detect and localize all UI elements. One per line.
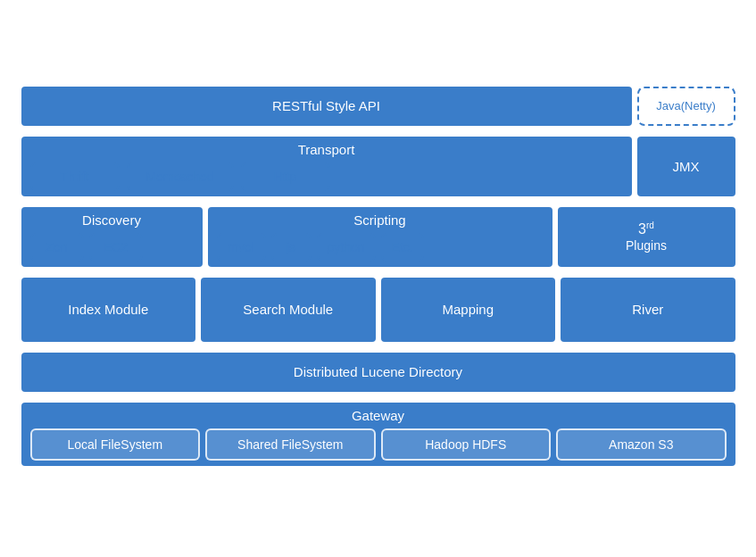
gateway-block: Gateway Local FileSystem Shared FileSyst… bbox=[21, 403, 735, 466]
local-filesystem-block: Local FileSystem bbox=[30, 428, 201, 461]
mapping-block: Mapping bbox=[381, 278, 556, 342]
amazon-s3-block: Amazon S3 bbox=[556, 428, 727, 461]
ec2-label: EC2 bbox=[104, 240, 128, 254]
thrift-label: Thrift bbox=[61, 170, 89, 184]
architecture-diagram: RESTful Style API Java(Netty) Transport … bbox=[12, 78, 744, 480]
thrift-block: Thrift bbox=[30, 162, 120, 191]
zen-label: Zen bbox=[46, 240, 67, 254]
distributed-lucene-label: Distributed Lucene Directory bbox=[294, 364, 462, 379]
index-module-label: Index Module bbox=[68, 302, 148, 317]
scripting-block: Scripting mvel js python Etc. bbox=[208, 207, 552, 267]
mvel-block: mvel bbox=[217, 233, 266, 262]
zen-block: Zen bbox=[30, 233, 84, 262]
mapping-label: Mapping bbox=[442, 302, 494, 317]
transport-inner: Thrift Memcached Http bbox=[30, 162, 623, 191]
search-module-block: Search Module bbox=[201, 278, 376, 342]
js-label: js bbox=[287, 240, 295, 254]
scripting-inner: mvel js python Etc. bbox=[217, 233, 544, 262]
shared-filesystem-label: Shared FileSystem bbox=[237, 437, 343, 452]
http-label: Http bbox=[274, 170, 297, 184]
ec2-block: EC2 bbox=[89, 233, 143, 262]
gateway-label: Gateway bbox=[30, 408, 727, 423]
discovery-inner: Zen EC2 bbox=[30, 233, 194, 262]
memcached-label: Memcached bbox=[145, 170, 213, 184]
python-block: python bbox=[317, 233, 376, 262]
java-netty-label: Java(Netty) bbox=[656, 99, 715, 112]
discovery-block: Discovery Zen EC2 bbox=[21, 207, 203, 267]
jmx-label: JMX bbox=[673, 159, 700, 174]
river-block: River bbox=[561, 278, 735, 342]
plugins-number: 3rd bbox=[638, 220, 654, 237]
plugins-label: Plugins bbox=[626, 238, 667, 253]
transport-label: Transport bbox=[30, 142, 623, 157]
river-label: River bbox=[632, 302, 663, 317]
etc-label: Etc. bbox=[392, 240, 413, 254]
distributed-lucene-block: Distributed Lucene Directory bbox=[21, 353, 735, 392]
hadoop-hdfs-block: Hadoop HDFS bbox=[381, 428, 552, 461]
transport-block: Transport Thrift Memcached Http bbox=[21, 137, 632, 196]
modules-row: Index Module Search Module Mapping River bbox=[21, 278, 735, 342]
http-block: Http bbox=[241, 162, 330, 191]
mvel-label: mvel bbox=[228, 240, 254, 254]
memcached-block: Memcached bbox=[127, 162, 234, 191]
amazon-s3-label: Amazon S3 bbox=[609, 437, 673, 452]
java-netty-block: Java(Netty) bbox=[637, 87, 735, 126]
restful-api-label: RESTful Style API bbox=[272, 98, 380, 113]
python-label: python bbox=[328, 240, 365, 254]
jmx-block: JMX bbox=[637, 137, 735, 196]
discovery-label: Discovery bbox=[30, 212, 194, 228]
index-module-block: Index Module bbox=[21, 278, 196, 342]
plugins-block: 3rd Plugins bbox=[558, 207, 735, 267]
etc-block: Etc. bbox=[381, 233, 424, 262]
plugins-sup: rd bbox=[646, 220, 654, 230]
js-block: js bbox=[271, 233, 312, 262]
hadoop-hdfs-label: Hadoop HDFS bbox=[425, 437, 506, 452]
restful-api-block: RESTful Style API bbox=[21, 87, 632, 126]
search-module-label: Search Module bbox=[243, 302, 333, 317]
distributed-lucene-row: Distributed Lucene Directory bbox=[21, 353, 735, 392]
shared-filesystem-block: Shared FileSystem bbox=[205, 428, 376, 461]
scripting-label: Scripting bbox=[217, 212, 544, 228]
gateway-row: Gateway Local FileSystem Shared FileSyst… bbox=[21, 403, 735, 466]
local-filesystem-label: Local FileSystem bbox=[67, 437, 162, 452]
gateway-inner: Local FileSystem Shared FileSystem Hadoo… bbox=[30, 428, 727, 461]
